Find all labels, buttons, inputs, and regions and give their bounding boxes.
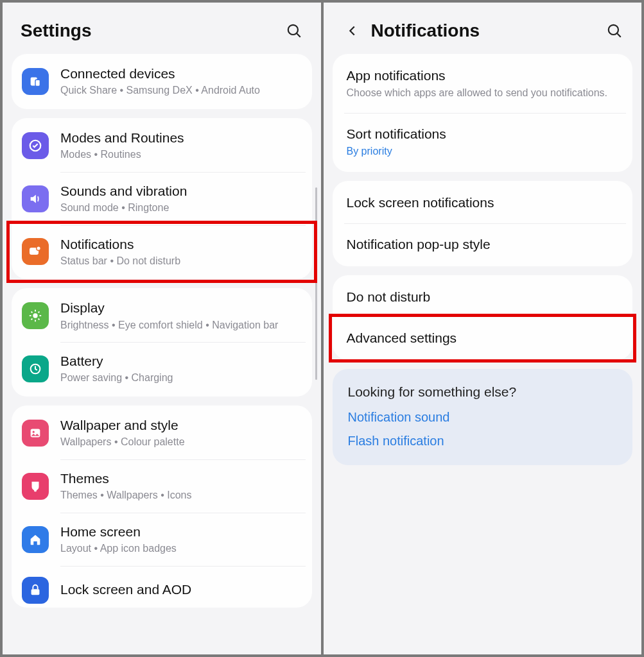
row-sub: By priority — [347, 144, 619, 158]
row-title: Notifications — [60, 236, 299, 253]
row-sort-notifications[interactable]: Sort notifications By priority — [333, 114, 633, 171]
row-title: Notification pop-up style — [347, 237, 619, 252]
row-sub: Layout • App icon badges — [60, 542, 299, 556]
row-title: App notifications — [347, 68, 619, 83]
notifications-pane: Notifications App notifications Choose w… — [324, 3, 642, 654]
search-button[interactable] — [283, 19, 306, 42]
svg-line-22 — [617, 33, 620, 37]
notif-group: App notifications Choose which apps are … — [333, 54, 633, 172]
volume-icon — [22, 185, 49, 212]
svg-point-6 — [37, 246, 41, 251]
suggestions-card: Looking for something else? Notification… — [333, 369, 633, 465]
svg-line-1 — [297, 33, 300, 37]
link-flash-notification[interactable]: Flash notification — [348, 434, 618, 448]
row-sounds-vibration[interactable]: Sounds and vibration Sound mode • Ringto… — [12, 173, 312, 225]
check-circle-icon — [22, 132, 49, 159]
row-themes[interactable]: Themes Themes • Wallpapers • Icons — [12, 460, 312, 513]
row-display[interactable]: Display Brightness • Eye comfort shield … — [12, 289, 312, 342]
image-icon — [22, 420, 49, 447]
row-title: Sort notifications — [347, 126, 619, 142]
svg-point-7 — [33, 314, 37, 318]
scrollbar[interactable] — [315, 187, 317, 380]
settings-header: Settings — [3, 3, 321, 54]
svg-point-0 — [288, 25, 297, 35]
row-wallpaper-style[interactable]: Wallpaper and style Wallpapers • Colour … — [12, 407, 312, 459]
svg-line-15 — [39, 312, 40, 313]
row-sub: Status bar • Do not disturb — [60, 254, 299, 268]
home-icon — [22, 526, 49, 553]
row-sub: Brightness • Eye comfort shield • Naviga… — [60, 318, 299, 332]
row-app-notifications[interactable]: App notifications Choose which apps are … — [333, 55, 633, 113]
svg-rect-20 — [31, 589, 40, 595]
row-lock-screen-aod[interactable]: Lock screen and AOD — [12, 567, 312, 606]
row-title: Themes — [60, 470, 299, 487]
brush-icon — [22, 473, 49, 500]
row-title: Modes and Routines — [60, 130, 299, 146]
row-title: Lock screen and AOD — [60, 581, 299, 598]
chevron-left-icon — [345, 24, 360, 38]
battery-icon — [22, 355, 49, 382]
row-modes-routines[interactable]: Modes and Routines Modes • Routines — [12, 119, 312, 172]
settings-pane: Settings Connected devices Quick Share •… — [3, 3, 321, 654]
link-notification-sound[interactable]: Notification sound — [348, 410, 618, 425]
row-sub: Quick Share • Samsung DeX • Android Auto — [60, 83, 299, 98]
svg-line-13 — [39, 319, 40, 320]
row-sub: Modes • Routines — [60, 148, 299, 162]
notifications-header: Notifications — [324, 3, 642, 54]
row-sub: Power saving • Charging — [60, 371, 299, 385]
row-notification-popup-style[interactable]: Notification pop-up style — [333, 224, 633, 265]
row-home-screen[interactable]: Home screen Layout • App icon badges — [12, 513, 312, 566]
settings-group: Display Brightness • Eye comfort shield … — [12, 288, 312, 397]
settings-group: Modes and Routines Modes • Routines Soun… — [12, 118, 312, 280]
svg-line-14 — [31, 319, 33, 320]
row-notifications[interactable]: Notifications Status bar • Do not distur… — [12, 226, 312, 278]
row-sub: Choose which apps are allowed to send yo… — [347, 86, 619, 100]
svg-point-18 — [33, 431, 35, 433]
row-title: Display — [60, 300, 299, 316]
row-advanced-settings[interactable]: Advanced settings — [333, 318, 633, 359]
settings-group: Connected devices Quick Share • Samsung … — [12, 54, 312, 109]
back-button[interactable] — [342, 20, 363, 42]
row-battery[interactable]: Battery Power saving • Charging — [12, 343, 312, 395]
search-icon — [606, 22, 623, 39]
row-title: Advanced settings — [347, 330, 619, 346]
row-do-not-disturb[interactable]: Do not disturb — [333, 277, 633, 318]
row-title: Do not disturb — [347, 289, 619, 305]
search-icon — [286, 22, 302, 39]
svg-point-21 — [609, 25, 618, 35]
settings-title: Settings — [21, 21, 275, 41]
settings-group: Wallpaper and style Wallpapers • Colour … — [12, 405, 312, 608]
devices-icon — [22, 68, 49, 95]
row-sub: Wallpapers • Colour palette — [60, 435, 299, 449]
row-title: Connected devices — [60, 65, 299, 82]
row-title: Battery — [60, 353, 299, 370]
row-sub: Sound mode • Ringtone — [60, 201, 299, 215]
notif-group: Do not disturb Advanced settings — [333, 275, 633, 360]
notifications-title: Notifications — [371, 21, 596, 41]
settings-content: Connected devices Quick Share • Samsung … — [3, 54, 321, 654]
search-button[interactable] — [603, 19, 626, 42]
svg-rect-3 — [35, 80, 40, 86]
notifications-content: App notifications Choose which apps are … — [324, 54, 642, 654]
row-connected-devices[interactable]: Connected devices Quick Share • Samsung … — [12, 55, 312, 108]
row-lock-screen-notifications[interactable]: Lock screen notifications — [333, 182, 633, 223]
suggestions-title: Looking for something else? — [348, 384, 618, 400]
bell-icon — [22, 238, 49, 265]
svg-rect-19 — [34, 488, 37, 492]
svg-line-12 — [31, 312, 33, 313]
row-title: Lock screen notifications — [347, 195, 619, 210]
notif-group: Lock screen notifications Notification p… — [333, 181, 633, 266]
row-title: Wallpaper and style — [60, 417, 299, 434]
row-title: Sounds and vibration — [60, 183, 299, 200]
row-sub: Themes • Wallpapers • Icons — [60, 488, 299, 502]
row-title: Home screen — [60, 524, 299, 540]
sun-icon — [22, 302, 49, 329]
lock-icon — [22, 577, 49, 604]
